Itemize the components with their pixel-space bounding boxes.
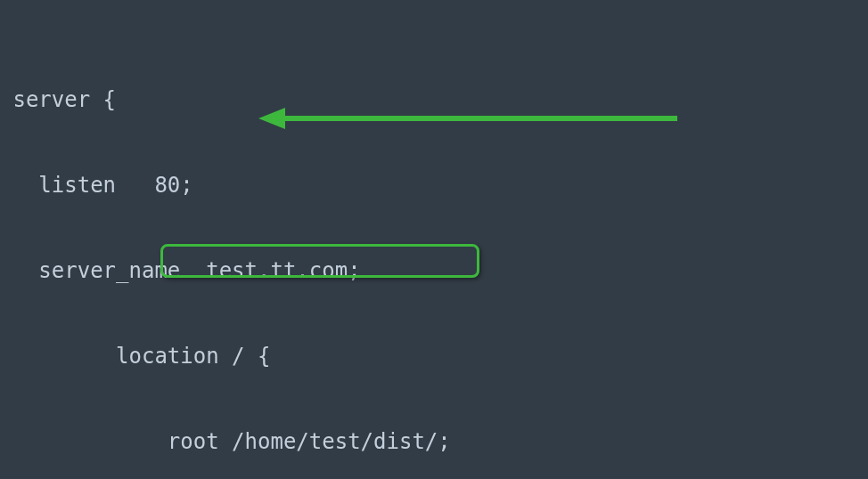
code-line: listen 80; [0, 171, 868, 199]
code-line: location / { [0, 342, 868, 370]
code-line: root /home/test/dist/; [0, 427, 868, 456]
code-line: server { [0, 85, 868, 114]
code-block: server { listen 80; server_name test.tt.… [0, 0, 868, 479]
code-line: server_name test.tt.com; [0, 256, 868, 285]
